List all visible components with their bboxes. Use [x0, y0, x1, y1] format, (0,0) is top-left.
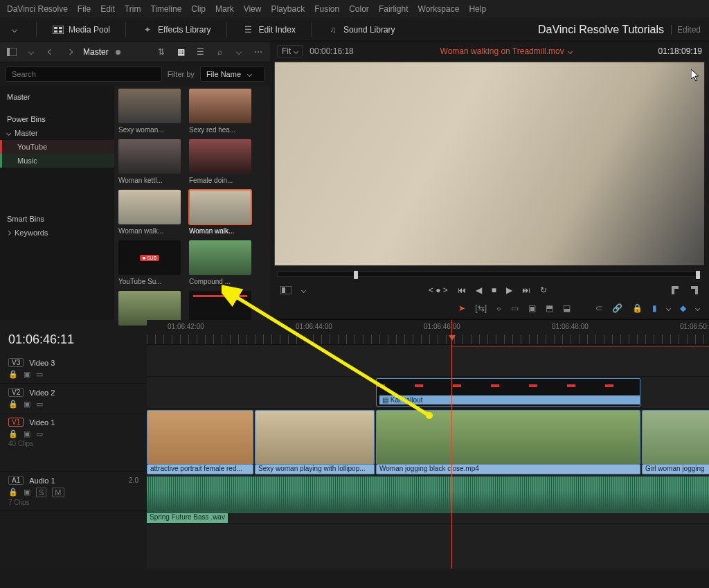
menu-item[interactable]: Mark [215, 4, 234, 14]
mark-out-icon[interactable] [690, 286, 699, 294]
blade-tool-icon[interactable]: ⟐ [496, 303, 501, 313]
mute-icon[interactable]: M [52, 488, 64, 497]
timeline-clip[interactable] [642, 410, 709, 465]
timeline-clip[interactable] [147, 410, 253, 465]
menu-item[interactable]: Playback [271, 4, 305, 14]
more-icon[interactable]: ⋯ [252, 46, 264, 58]
nav-forward-icon[interactable] [64, 46, 76, 58]
track-lane-v3[interactable] [147, 345, 709, 377]
chevron-down-icon[interactable] [25, 46, 37, 58]
play-icon[interactable]: ▶ [506, 285, 512, 295]
track-header-v2[interactable]: V2Video 2 🔒▣▭ [0, 384, 147, 413]
lock-icon[interactable]: 🔒 [632, 303, 643, 313]
menu-item[interactable]: DaVinci Resolve [7, 4, 68, 14]
selection-tool-icon[interactable]: ➤ [458, 303, 465, 313]
search-input[interactable] [6, 66, 162, 82]
track-header-v3[interactable]: V3Video 3 🔒▣▭ [0, 354, 147, 384]
timeline-canvas[interactable]: 01:06:42:00 01:06:44:00 01:06:46:00 01:0… [147, 320, 709, 569]
track-lane-a1[interactable]: Spring Future Bass .wav [147, 475, 709, 524]
expand-dropdown[interactable] [8, 24, 21, 36]
track-header-v1[interactable]: V1Video 1 🔒▣▭ 40 Clips [0, 413, 147, 472]
bin-keywords[interactable]: Keywords [0, 226, 114, 240]
viewer-clip-name[interactable]: Woman walking on Treadmill.mov [440, 46, 572, 56]
track-lane-v1[interactable]: attractive portrait female red... Sexy w… [147, 409, 709, 475]
auto-select-icon[interactable]: ▣ [24, 488, 30, 497]
playhead[interactable] [451, 320, 452, 569]
bin-master[interactable]: Master [0, 126, 114, 140]
lock-icon[interactable]: 🔒 [8, 488, 18, 497]
lock-icon[interactable]: 🔒 [8, 370, 18, 379]
menu-item[interactable]: Help [469, 4, 486, 14]
link-icon[interactable]: 🔗 [612, 303, 622, 313]
clip-thumb[interactable]: Sexy woman... [118, 89, 181, 134]
visibility-icon[interactable]: ▭ [36, 400, 43, 409]
menu-item[interactable]: Workspace [418, 4, 460, 14]
visibility-icon[interactable]: ▭ [36, 429, 43, 438]
auto-select-icon[interactable]: ▣ [24, 429, 30, 438]
menu-item[interactable]: Fusion [314, 4, 339, 14]
timeline-clip[interactable] [255, 410, 375, 465]
insert-tool-icon[interactable]: ▭ [511, 303, 519, 313]
menu-item[interactable]: Edit [100, 4, 115, 14]
viewer-scrubber[interactable] [277, 271, 702, 277]
bin-root[interactable]: Master [0, 89, 114, 105]
trim-tool-icon[interactable]: [⇆] [475, 303, 487, 313]
sound-library-button[interactable]: ♫ Sound Library [327, 24, 395, 36]
list-view-icon[interactable]: ☰ [194, 46, 206, 58]
menu-item[interactable]: View [244, 4, 262, 14]
zoom-fit-select[interactable]: Fit [277, 45, 303, 57]
flag-icon[interactable]: ▮ [652, 303, 657, 313]
menu-item[interactable]: Clip [191, 4, 206, 14]
sidebar-toggle-icon[interactable] [6, 46, 18, 58]
clip-thumb[interactable]: Female doin... [189, 139, 251, 184]
timeline-ruler[interactable]: 01:06:42:00 01:06:44:00 01:06:46:00 01:0… [147, 320, 709, 345]
viewer-mode-icon[interactable] [280, 284, 292, 296]
auto-select-icon[interactable]: ▣ [24, 400, 30, 409]
menu-item[interactable]: Fairlight [379, 4, 409, 14]
clip-thumb[interactable]: ■ SUBYouTube Su... [118, 240, 181, 285]
marker-icon[interactable]: ◆ [680, 303, 686, 313]
edit-index-button[interactable]: ☰ Edit Index [242, 24, 296, 36]
timeline-clip-kat[interactable]: ▤ Kat callout [376, 378, 640, 407]
auto-select-icon[interactable]: ▣ [24, 370, 30, 379]
mark-in-icon[interactable] [670, 286, 680, 294]
lock-icon[interactable]: 🔒 [8, 400, 18, 409]
overwrite-tool-icon[interactable]: ▣ [528, 303, 536, 313]
clip-thumb[interactable]: Sexy red hea... [189, 89, 251, 134]
viewer-screen[interactable] [274, 62, 705, 266]
nav-back-icon[interactable] [44, 46, 57, 58]
menu-item[interactable]: Timeline [150, 4, 181, 14]
replace-tool-icon[interactable]: ⬒ [546, 303, 553, 313]
clip-thumb[interactable]: Compound ... [189, 240, 251, 285]
visibility-icon[interactable]: ▭ [36, 370, 43, 379]
track-lane-v2[interactable]: ▤ Kat callout [147, 377, 709, 409]
bin-youtube[interactable]: YouTube [0, 140, 114, 154]
search-icon[interactable]: ⌕ [213, 46, 226, 58]
stop-icon[interactable]: ■ [492, 285, 496, 295]
play-reverse-icon[interactable]: ◀ [476, 285, 482, 295]
scrub-in-handle[interactable] [354, 271, 358, 279]
go-first-icon[interactable]: ⏮ [458, 285, 466, 295]
timeline-clip[interactable] [376, 410, 640, 465]
menu-item[interactable]: Trim [125, 4, 141, 14]
menu-item[interactable]: Color [349, 4, 369, 14]
append-tool-icon[interactable]: ⬓ [563, 303, 571, 313]
clip-thumb[interactable]: Woman walk... [118, 190, 181, 235]
clip-thumb[interactable]: Woman kettl... [118, 139, 181, 184]
scrub-out-handle[interactable] [696, 271, 700, 279]
sort-icon[interactable]: ⇅ [155, 46, 168, 58]
chevron-down-icon[interactable] [233, 46, 245, 58]
clip-thumb[interactable]: Woman walk... [189, 190, 251, 235]
go-last-icon[interactable]: ⏭ [522, 285, 530, 295]
track-header-a1[interactable]: A1Audio 12.0 🔒▣SM 7 Clips [0, 472, 147, 511]
media-pool-button[interactable]: Media Pool [52, 24, 110, 36]
snap-icon[interactable]: ⊂ [595, 303, 602, 313]
lock-icon[interactable]: 🔒 [8, 429, 18, 438]
bin-music[interactable]: Music [0, 154, 114, 168]
match-frame-icon[interactable]: < ● > [429, 285, 448, 295]
loop-icon[interactable]: ↻ [540, 285, 547, 295]
browser-path[interactable]: Master [83, 47, 109, 57]
grid-view-icon[interactable]: ▦ [174, 46, 187, 58]
menu-item[interactable]: File [78, 4, 91, 14]
solo-icon[interactable]: S [36, 488, 46, 497]
